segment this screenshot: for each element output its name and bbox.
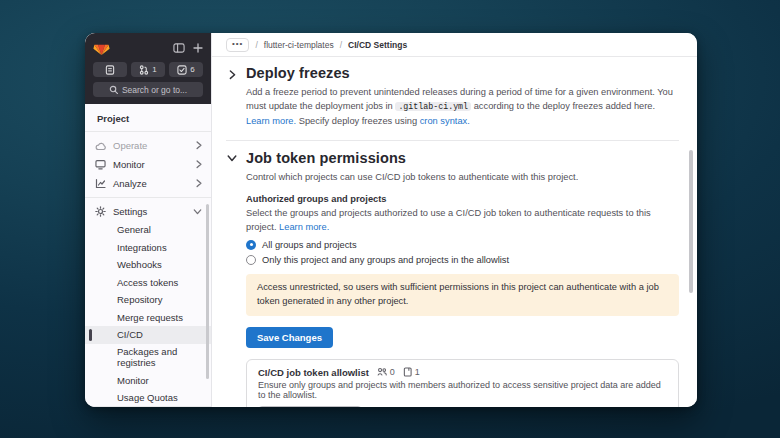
sidebar-item-integrations[interactable]: Integrations (85, 239, 211, 257)
gitlab-logo-icon[interactable] (93, 40, 110, 56)
todos-count: 6 (190, 65, 194, 74)
sidebar-item-operate[interactable]: Operate (85, 136, 211, 155)
cloud-icon (94, 141, 106, 151)
chevron-down-icon[interactable] (226, 150, 238, 407)
content-scrollbar[interactable] (689, 150, 693, 293)
sidebar-item-cicd[interactable]: CI/CD (85, 326, 211, 344)
project-icon (403, 367, 412, 377)
chevron-right-icon (196, 141, 202, 150)
cron-syntax-link[interactable]: cron syntax. (420, 116, 470, 126)
sidebar-item-packages-registries[interactable]: Packages and registries (85, 344, 211, 372)
monitor-icon (94, 159, 106, 170)
create-new-icon[interactable] (193, 43, 203, 53)
chevron-right-icon (196, 160, 202, 169)
sidebar-item-monitor[interactable]: Monitor (85, 155, 211, 174)
cicd-allowlist-card: CI/CD job token allowlist 0 1 Ensure onl… (246, 359, 679, 407)
breadcrumb-ellipsis-button[interactable]: ••• (226, 38, 249, 52)
sidebar-item-settings[interactable]: Settings (85, 202, 211, 221)
gitlab-ci-yml-code: .gitlab-ci.yml (395, 102, 471, 111)
authorized-groups-description: Select the groups and projects authorize… (246, 206, 679, 235)
chevron-down-icon (193, 209, 202, 215)
radio-selected-icon[interactable] (246, 240, 256, 250)
gitlab-app-window: 1 6 Search or go to... Project Operate M… (85, 33, 697, 407)
main-content: ••• / flutter-ci-templates / CI/CD Setti… (212, 33, 697, 407)
sidebar-item-usage-quotas[interactable]: Usage Quotas (85, 389, 211, 407)
gear-icon (94, 206, 106, 217)
chevron-right-icon (196, 179, 202, 188)
todos-button[interactable]: 6 (169, 62, 203, 77)
job-token-permissions-section: Job token permissions Control which proj… (226, 150, 679, 407)
deploy-freezes-description: Add a freeze period to prevent unintende… (246, 85, 679, 129)
project-count: 1 (403, 367, 420, 377)
deploy-freezes-section: Deploy freezes Add a freeze period to pr… (226, 65, 679, 129)
breadcrumb-project-link[interactable]: flutter-ci-templates (264, 40, 334, 50)
deploy-freezes-title: Deploy freezes (246, 65, 679, 81)
group-count: 0 (377, 367, 395, 377)
job-token-description: Control which projects can use CI/CD job… (246, 170, 679, 184)
allowlist-description: Ensure only groups and projects with mem… (247, 378, 678, 400)
breadcrumb: ••• / flutter-ci-templates / CI/CD Setti… (212, 33, 697, 57)
search-input[interactable]: Search or go to... (93, 82, 203, 97)
authorized-groups-label: Authorized groups and projects (246, 194, 679, 204)
sidebar-nav: Project Operate Monitor Analyze Setting (85, 104, 211, 406)
merge-requests-button[interactable]: 1 (131, 62, 165, 77)
radio-unselected-icon[interactable] (246, 255, 256, 265)
help-button[interactable]: Help (85, 406, 211, 407)
sidebar-context-title: Project (85, 110, 211, 131)
save-changes-button[interactable]: Save Changes (246, 327, 333, 348)
sidebar-scrollbar[interactable] (206, 204, 209, 379)
sidebar-item-access-tokens[interactable]: Access tokens (85, 274, 211, 292)
sidebar-item-repository[interactable]: Repository (85, 291, 211, 309)
sidebar-item-general[interactable]: General (85, 221, 211, 239)
search-icon (109, 85, 118, 94)
merge-requests-count: 1 (152, 65, 156, 74)
sidebar-item-merge-requests[interactable]: Merge requests (85, 309, 211, 327)
users-group-icon (377, 367, 387, 377)
radio-all-groups-projects[interactable]: All groups and projects (246, 240, 679, 250)
learn-more-link[interactable]: Learn more. (246, 116, 296, 126)
sidebar-item-analyze[interactable]: Analyze (85, 174, 211, 193)
radio-only-allowlist[interactable]: Only this project and any groups and pro… (246, 255, 679, 265)
sidebar-header: 1 6 Search or go to... (85, 33, 211, 104)
sidebar: 1 6 Search or go to... Project Operate M… (85, 33, 212, 407)
chevron-right-icon[interactable] (226, 65, 238, 129)
access-unrestricted-warning: Access unrestricted, so users with suffi… (246, 274, 679, 316)
collapse-sidebar-icon[interactable] (173, 42, 185, 54)
learn-more-link[interactable]: Learn more. (279, 222, 329, 232)
job-token-title: Job token permissions (246, 150, 679, 166)
issues-button[interactable] (93, 62, 127, 77)
sidebar-item-monitor-settings[interactable]: Monitor (85, 371, 211, 389)
sidebar-item-webhooks[interactable]: Webhooks (85, 256, 211, 274)
allowlist-title: CI/CD job token allowlist (258, 367, 369, 378)
search-placeholder: Search or go to... (122, 85, 187, 95)
add-group-or-project-button[interactable]: Add group or project (258, 406, 362, 407)
breadcrumb-current-page: CI/CD Settings (348, 40, 407, 50)
chart-icon (94, 178, 106, 189)
